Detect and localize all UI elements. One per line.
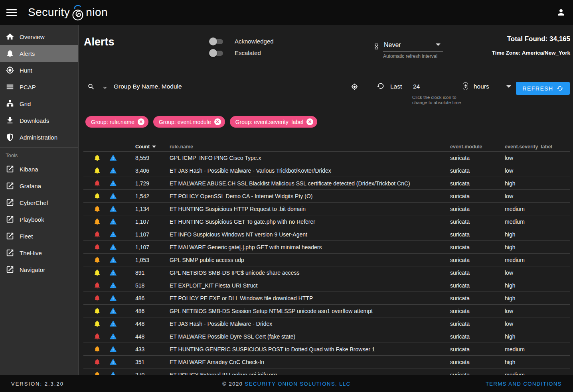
table-row[interactable]: 448ET MALWARE Possible Dyre SSL Cert (fa… — [83, 330, 570, 343]
sidebar-tool-kibana[interactable]: Kibana — [0, 161, 78, 177]
info-warning-icon[interactable] — [109, 256, 117, 264]
column-header-severity-label[interactable]: event.severity_label — [505, 144, 570, 150]
table-row[interactable]: 433ET HUNTING GENERIC SUSPICIOUS POST to… — [83, 343, 570, 356]
severity-bell-icon[interactable] — [93, 154, 101, 162]
info-warning-icon[interactable] — [109, 179, 117, 187]
menu-icon[interactable] — [6, 8, 17, 18]
info-warning-icon[interactable] — [109, 282, 117, 289]
table-row[interactable]: 351ET MALWARE Amadey CnC Check-Insuricat… — [83, 356, 570, 368]
severity-bell-icon[interactable] — [93, 218, 101, 225]
info-warning-icon[interactable] — [109, 205, 117, 213]
refresh-button[interactable]: REFRESH — [516, 82, 570, 95]
severity-bell-icon[interactable] — [93, 320, 101, 327]
sidebar-tool-navigator[interactable]: Navigator — [0, 261, 78, 278]
toggle-switch-icon[interactable] — [209, 49, 224, 57]
severity-bell-icon[interactable] — [93, 243, 101, 251]
info-warning-icon[interactable] — [109, 345, 117, 353]
sidebar-item-downloads[interactable]: Downloads — [0, 112, 78, 129]
sidebar-tool-playbook[interactable]: Playbook — [0, 211, 78, 228]
table-row[interactable]: 1,729ET MALWARE ABUSE.CH SSL Blacklist M… — [83, 177, 570, 190]
chip-close-icon[interactable]: ✕ — [138, 118, 144, 125]
info-warning-icon[interactable] — [109, 333, 117, 340]
filter-chip[interactable]: Group: rule.name✕ — [85, 116, 148, 128]
info-warning-icon[interactable] — [109, 243, 117, 251]
refresh-interval-select[interactable]: Never — [383, 41, 443, 51]
toggle-escalated[interactable]: Escalated — [209, 47, 274, 59]
duration-input[interactable] — [412, 80, 452, 94]
severity-bell-icon[interactable] — [93, 167, 101, 174]
sidebar-item-overview[interactable]: Overview — [0, 28, 78, 45]
filter-chip[interactable]: Group: event.severity_label✕ — [230, 116, 317, 128]
sidebar-tool-label: CyberChef — [20, 199, 48, 206]
table-row[interactable]: 1,107ET INFO Suspicious Windows NT versi… — [83, 228, 570, 241]
number-spinner-icon[interactable] — [463, 82, 468, 90]
table-row[interactable]: 518ET EXPLOIT_KIT Fiesta URI Structsuric… — [83, 279, 570, 292]
severity-bell-icon[interactable] — [93, 269, 101, 276]
info-warning-icon[interactable] — [109, 307, 117, 315]
sidebar-tool-cyberchef[interactable]: CyberChef — [0, 194, 78, 211]
severity-bell-icon[interactable] — [93, 371, 101, 375]
severity-bell-icon[interactable] — [93, 294, 101, 302]
sidebar-item-alerts[interactable]: Alerts — [0, 45, 78, 62]
sidebar-tool-grafana[interactable]: Grafana — [0, 177, 78, 194]
sidebar-tool-fleet[interactable]: Fleet — [0, 228, 78, 244]
info-warning-icon[interactable] — [109, 269, 117, 276]
info-warning-icon[interactable] — [109, 192, 117, 200]
count-cell: 1,134 — [135, 206, 170, 212]
sidebar-item-grid[interactable]: Grid — [0, 95, 78, 112]
chip-close-icon[interactable]: ✕ — [214, 118, 221, 125]
severity-bell-icon[interactable] — [93, 179, 101, 187]
sidebar-item-pcap[interactable]: PCAP — [0, 79, 78, 95]
toggle-acknowledged[interactable]: Acknowledged — [209, 35, 274, 47]
duration-unit-select[interactable]: hours — [473, 80, 513, 94]
column-header-event-module[interactable]: event.module — [450, 144, 505, 150]
search-icon[interactable] — [87, 83, 95, 91]
query-history-chevron-icon[interactable] — [102, 85, 108, 91]
table-row[interactable]: 1,542ET POLICY OpenSSL Demo CA - Interne… — [83, 190, 570, 203]
severity-bell-icon[interactable] — [93, 192, 101, 200]
info-warning-icon[interactable] — [109, 230, 117, 238]
column-header-rule-name[interactable]: rule.name — [170, 144, 450, 150]
severity-bell-icon[interactable] — [93, 333, 101, 340]
column-header-count[interactable]: Count — [135, 144, 170, 150]
table-row[interactable]: 1,134ET HUNTING Suspicious HTTP Request … — [83, 203, 570, 215]
info-warning-icon[interactable] — [109, 358, 117, 366]
table-row[interactable]: 1,053GPL SNMP public access udpsuricatam… — [83, 254, 570, 266]
info-warning-icon[interactable] — [109, 320, 117, 327]
table-row[interactable]: 448ET JA3 Hash - Possible Malware - Drid… — [83, 317, 570, 330]
severity-bell-icon[interactable] — [93, 358, 101, 366]
sidebar-tool-thehive[interactable]: TheHive — [0, 244, 78, 261]
table-row[interactable]: 486GPL NETBIOS SMB-DS Session Setup NTML… — [83, 305, 570, 317]
toggle-switch-icon[interactable] — [209, 37, 224, 45]
table-row[interactable]: 486ET POLICY PE EXE or DLL Windows file … — [83, 292, 570, 305]
table-row[interactable]: 3,406ET JA3 Hash - Possible Malware - Va… — [83, 164, 570, 177]
info-warning-icon[interactable] — [109, 218, 117, 225]
user-account-icon[interactable] — [556, 8, 566, 17]
quick-actions-target-icon[interactable] — [351, 83, 358, 90]
time-history-icon[interactable] — [377, 82, 384, 90]
table-row[interactable]: 270ET POLICY External IP Lookup api.ipif… — [83, 368, 570, 375]
severity-bell-icon[interactable] — [93, 256, 101, 264]
sidebar-item-hunt[interactable]: Hunt — [0, 62, 78, 79]
download-icon — [6, 116, 14, 125]
severity-bell-icon[interactable] — [93, 345, 101, 353]
table-row[interactable]: 8,559GPL ICMP_INFO PING Cisco Type.xsuri… — [83, 152, 570, 164]
table-row[interactable]: 1,107ET MALWARE Generic gate[.].php GET … — [83, 241, 570, 254]
copyright-link[interactable]: SECURITY ONION SOLUTIONS, LLC — [245, 381, 351, 387]
severity-bell-icon[interactable] — [93, 230, 101, 238]
table-row[interactable]: 1,107ET HUNTING Suspicious GET To gate.p… — [83, 215, 570, 228]
chip-close-icon[interactable]: ✕ — [306, 118, 313, 125]
severity-bell-icon[interactable] — [93, 307, 101, 315]
severity-bell-icon[interactable] — [93, 205, 101, 213]
sidebar-item-administration[interactable]: Administration — [0, 129, 78, 146]
severity-bell-icon[interactable] — [93, 282, 101, 289]
info-warning-icon[interactable] — [109, 167, 117, 174]
sidebar-item-label: Grid — [20, 100, 31, 107]
search-input[interactable] — [113, 80, 345, 94]
info-warning-icon[interactable] — [109, 294, 117, 302]
filter-chip[interactable]: Group: event.module✕ — [153, 116, 225, 128]
info-warning-icon[interactable] — [109, 371, 117, 375]
table-row[interactable]: 891GPL NETBIOS SMB-DS IPC$ unicode share… — [83, 266, 570, 279]
severity-label-cell: high — [505, 359, 570, 365]
info-warning-icon[interactable] — [109, 154, 117, 162]
